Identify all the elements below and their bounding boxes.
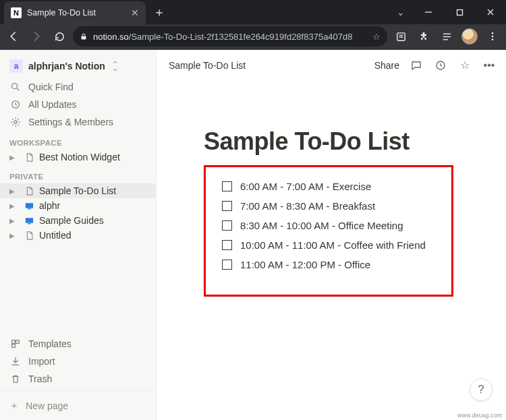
new-page-button[interactable]: ＋ New page — [0, 390, 156, 420]
checkbox[interactable] — [222, 181, 232, 191]
plus-icon: ＋ — [9, 400, 19, 412]
checkbox[interactable] — [222, 201, 232, 211]
browser-menu-icon[interactable] — [483, 27, 502, 46]
monitor-icon — [23, 201, 35, 211]
chevron-right-icon[interactable]: ▶ — [9, 154, 19, 161]
app-body: a alphrjan's Notion ⌃⌄ Quick Find All Up… — [0, 50, 506, 420]
share-button[interactable]: Share — [374, 60, 399, 71]
checkbox[interactable] — [222, 240, 232, 250]
quick-find-label: Quick Find — [28, 82, 74, 92]
private-page-item[interactable]: ▶alphr — [0, 198, 156, 213]
todo-text: 11:00 AM - 12:00 PM - Office — [240, 259, 370, 270]
browser-tab[interactable]: N Sample To-Do List ✕ — [4, 1, 146, 24]
workspace-name: alphrjan's Notion — [28, 61, 105, 71]
tab-favicon: N — [11, 7, 22, 18]
window-maximize-button[interactable] — [444, 0, 475, 24]
updates-icon[interactable] — [433, 59, 448, 71]
todo-text: 6:00 AM - 7:00 AM - Exercise — [240, 181, 371, 192]
trash[interactable]: Trash — [0, 370, 156, 388]
window-minimize-button[interactable] — [413, 0, 444, 24]
checkbox[interactable] — [222, 260, 232, 270]
all-updates[interactable]: All Updates — [0, 96, 156, 113]
svg-point-17 — [14, 121, 17, 123]
import-label: Import — [28, 356, 55, 367]
favorite-icon[interactable]: ☆ — [457, 59, 472, 71]
private-page-item[interactable]: ▶Sample To-Do List — [0, 183, 156, 198]
profile-avatar[interactable] — [460, 27, 479, 46]
search-icon — [9, 82, 22, 92]
bookmark-star-icon[interactable]: ☆ — [372, 32, 381, 42]
chevron-right-icon[interactable]: ▶ — [9, 202, 19, 210]
svg-line-15 — [17, 88, 19, 90]
svg-rect-22 — [12, 340, 16, 344]
quick-find[interactable]: Quick Find — [0, 78, 156, 96]
watermark: www.deuag.com — [457, 412, 502, 419]
back-button[interactable] — [4, 27, 23, 46]
todo-text: 8:30 AM - 10:00 AM - Office Meeting — [240, 220, 403, 231]
new-tab-button[interactable]: ＋ — [150, 3, 169, 22]
page-icon — [23, 152, 35, 162]
tree-item-label: Untitled — [39, 230, 150, 241]
todo-text: 10:00 AM - 11:00 AM - Coffee with Friend — [240, 239, 426, 251]
tab-title: Sample To-Do List — [27, 8, 125, 18]
page-icon — [23, 186, 35, 196]
checkbox[interactable] — [222, 220, 232, 231]
todo-item[interactable]: 8:30 AM - 10:00 AM - Office Meeting — [222, 216, 438, 235]
browser-chrome: N Sample To-Do List ✕ ＋ ⌄ — [0, 0, 506, 50]
workspace-icon: a — [9, 59, 23, 73]
close-icon[interactable]: ✕ — [131, 7, 139, 18]
todo-item[interactable]: 11:00 AM - 12:00 PM - Office — [222, 255, 438, 274]
svg-point-12 — [492, 36, 494, 38]
chevron-right-icon[interactable]: ▶ — [9, 217, 19, 224]
forward-button[interactable] — [27, 27, 46, 46]
todo-item[interactable]: 7:00 AM - 8:30 AM - Breakfast — [222, 196, 438, 216]
templates-icon — [9, 338, 22, 349]
page-body: Sample To-Do List 6:00 AM - 7:00 AM - Ex… — [157, 80, 506, 297]
svg-point-13 — [492, 38, 494, 40]
section-private: PRIVATE — [0, 164, 156, 183]
lock-icon — [80, 32, 88, 40]
reload-button[interactable] — [50, 27, 69, 46]
templates[interactable]: Templates — [0, 335, 156, 353]
all-updates-label: All Updates — [28, 99, 77, 110]
tab-search-icon[interactable]: ⌄ — [389, 7, 413, 18]
workspace-switcher[interactable]: a alphrjan's Notion ⌃⌄ — [0, 54, 156, 78]
chevron-right-icon[interactable]: ▶ — [9, 187, 19, 195]
more-icon[interactable]: ••• — [482, 59, 497, 71]
url-text: notion.so/Sample-To-Do-List-2f132581fe26… — [93, 32, 367, 42]
import[interactable]: Import — [0, 353, 156, 370]
comments-icon[interactable] — [409, 59, 424, 71]
browser-toolbar: notion.so/Sample-To-Do-List-2f132581fe26… — [0, 24, 506, 50]
address-bar[interactable]: notion.so/Sample-To-Do-List-2f132581fe26… — [73, 26, 387, 47]
workspace-page-item[interactable]: ▶Best Notion Widget — [0, 150, 156, 164]
reading-list-icon[interactable] — [437, 27, 456, 46]
window-close-button[interactable] — [475, 0, 506, 24]
private-page-item[interactable]: ▶Sample Guides — [0, 213, 156, 228]
private-page-item[interactable]: ▶Untitled — [0, 228, 156, 243]
tree-item-label: Best Notion Widget — [39, 152, 150, 162]
todo-item[interactable]: 10:00 AM - 11:00 AM - Coffee with Friend — [222, 235, 438, 255]
trash-icon — [9, 373, 22, 384]
todo-item[interactable]: 6:00 AM - 7:00 AM - Exercise — [222, 177, 438, 196]
breadcrumb[interactable]: Sample To-Do List — [169, 60, 365, 71]
clock-icon — [9, 99, 22, 110]
svg-rect-24 — [12, 344, 16, 348]
settings-members[interactable]: Settings & Members — [0, 113, 156, 131]
help-button[interactable]: ? — [470, 378, 493, 401]
svg-rect-20 — [25, 218, 32, 223]
todo-text: 7:00 AM - 8:30 AM - Breakfast — [240, 200, 375, 212]
trash-label: Trash — [28, 373, 52, 384]
chevron-updown-icon: ⌃⌄ — [112, 62, 118, 70]
sidebar: a alphrjan's Notion ⌃⌄ Quick Find All Up… — [0, 50, 157, 420]
gear-icon — [9, 117, 22, 127]
page-title[interactable]: Sample To-Do List — [204, 127, 479, 156]
main-area: Sample To-Do List Share ☆ ••• Sample To-… — [157, 50, 506, 420]
svg-rect-4 — [82, 36, 86, 40]
svg-point-14 — [12, 84, 18, 89]
extensions-icon[interactable] — [414, 27, 433, 46]
page-icon — [23, 231, 35, 241]
tree-item-label: Sample To-Do List — [39, 185, 150, 196]
chevron-right-icon[interactable]: ▶ — [9, 232, 19, 239]
reader-icon[interactable] — [391, 27, 410, 46]
svg-rect-1 — [457, 9, 462, 15]
